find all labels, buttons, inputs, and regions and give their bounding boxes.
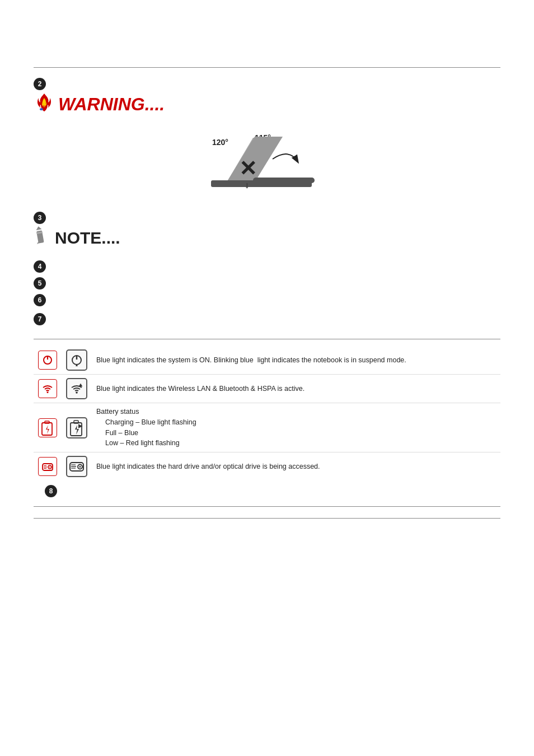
status-section: Blue light indicates the system is ON. B…: [34, 339, 500, 507]
power-outline-icon: [38, 351, 57, 370]
angle-diagram: 120° 115° ✕: [177, 125, 357, 198]
svg-point-0: [40, 108, 43, 110]
page: 2 WARNING.... 120° 115°: [0, 0, 534, 756]
note-pen-icon: [34, 226, 51, 249]
battery-desc: Battery status Charging – Blue light fla…: [92, 403, 500, 452]
hdd-outline-icon: [38, 457, 57, 476]
num-row-4: 4: [34, 260, 500, 275]
warning-circle-num: 2: [34, 78, 500, 92]
warning-section: 2 WARNING.... 120° 115°: [34, 67, 500, 198]
svg-rect-21: [74, 421, 78, 423]
icon-cell-wifi-outline: [34, 375, 62, 403]
power-filled-icon: [66, 349, 87, 371]
icon-cell-hdd-outline: [34, 452, 62, 481]
status-table: Blue light indicates the system is ON. B…: [34, 346, 500, 480]
flame-icon: [34, 92, 55, 114]
icon-cell-wifi-filled: [62, 375, 92, 403]
num-row-5: 5: [34, 277, 500, 292]
svg-point-25: [49, 466, 50, 468]
note-section: 3 NOTE....: [34, 212, 500, 249]
note-circle-num: 3: [34, 212, 500, 226]
warning-icon: [34, 92, 55, 116]
table-row: Blue light indicates the Wireless LAN & …: [34, 375, 500, 403]
warning-text: WARNING....: [58, 94, 165, 115]
icon-cell-hdd-filled: [62, 452, 92, 481]
icon-cell-battery-outline: [34, 403, 62, 452]
battery-charging: Charging – Blue light flashing: [105, 418, 196, 426]
svg-rect-19: [45, 421, 49, 423]
table-row: Blue light indicates the system is ON. B…: [34, 346, 500, 375]
table-row: Battery status Charging – Blue light fla…: [34, 403, 500, 452]
battery-outline-icon: [38, 418, 57, 437]
numbered-items: 4 5 6 7: [34, 260, 500, 328]
note-text: NOTE....: [55, 228, 120, 248]
laptop-angle-svg: ✕ ↓: [177, 125, 351, 193]
power-desc: Blue light indicates the system is ON. B…: [92, 346, 500, 375]
svg-point-15: [47, 391, 49, 393]
svg-point-31: [79, 466, 81, 468]
icon-cell-power-outline: [34, 346, 62, 375]
svg-marker-8: [36, 226, 42, 230]
wifi-filled-icon: [66, 378, 87, 399]
icon-cell-power-filled: [62, 346, 92, 375]
battery-low: Low – Red light flashing: [105, 439, 180, 447]
svg-point-16: [76, 391, 78, 394]
svg-marker-17: [79, 384, 82, 386]
hdd-filled-icon: [66, 456, 87, 477]
svg-text:✕: ✕: [239, 157, 257, 180]
wifi-outline-icon: [38, 379, 57, 398]
svg-text:↓: ↓: [245, 180, 249, 190]
num-row-6: 6: [34, 294, 500, 309]
table-row: Blue light indicates the hard drive and/…: [34, 452, 500, 481]
hdd-desc: Blue light indicates the hard drive and/…: [92, 452, 500, 481]
bottom-num-row: 8: [45, 485, 500, 500]
icon-cell-battery-filled: [62, 403, 92, 452]
battery-full: Full – Blue: [105, 429, 138, 437]
num-row-7: 7: [34, 313, 500, 328]
battery-status-label: Battery status: [96, 408, 139, 416]
warning-title: WARNING....: [34, 92, 500, 116]
wifi-desc: Blue light indicates the Wireless LAN & …: [92, 375, 500, 403]
bottom-divider: [34, 518, 500, 519]
note-title: NOTE....: [34, 226, 500, 249]
pen-icon: [34, 226, 51, 245]
battery-filled-icon: [66, 417, 87, 438]
